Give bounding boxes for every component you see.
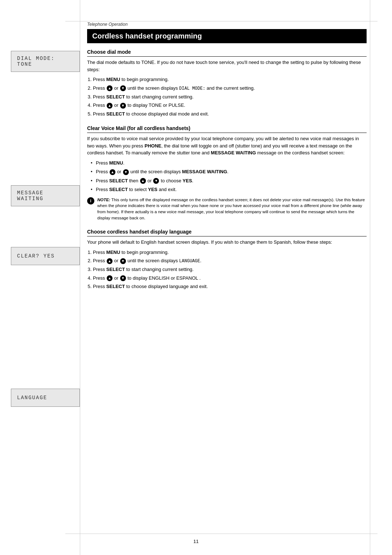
margin-line-bottom: [65, 534, 377, 534]
clear-voice-mail-bullets: Press MENU. Press ▲ or ▼ until the scree…: [91, 159, 367, 193]
step-2: Press ▲ or ▼ until the screen displays D…: [93, 85, 367, 92]
up-arrow-icon-4: ▲: [140, 178, 146, 184]
page-title: Cordless handset programming: [87, 29, 367, 43]
down-arrow-icon-5: ▼: [120, 258, 126, 264]
choose-language-section: Choose cordless handset display language…: [87, 229, 367, 290]
lang-step-1: Press MENU to begin programming.: [93, 249, 367, 256]
lcd-message-waiting: MESSAGE WAITING: [11, 185, 80, 208]
up-arrow-icon: ▲: [107, 85, 113, 91]
up-arrow-icon-5: ▲: [107, 258, 113, 264]
note-text: NOTE: This only turns off the displayed …: [97, 197, 367, 221]
choose-dial-mode-intro: The dial mode defaults to TONE. If you d…: [87, 59, 367, 73]
lcd-screen-dial-mode: DIAL MODE: TONE: [11, 51, 80, 72]
info-icon: i: [87, 197, 94, 204]
margin-line-left: [80, 0, 80, 555]
bullet-2: Press ▲ or ▼ until the screen displays M…: [91, 168, 367, 175]
choose-language-heading: Choose cordless handset display language: [87, 229, 367, 236]
down-arrow-icon-4: ▼: [153, 178, 159, 184]
bullet-1: Press MENU.: [91, 159, 367, 167]
lang-step-2: Press ▲ or ▼ until the screen displays L…: [93, 257, 367, 264]
down-arrow-icon-2: ▼: [120, 103, 126, 109]
page-number: 11: [193, 539, 199, 544]
margin-line-right: [370, 0, 370, 555]
bullet-3: Press SELECT then ▲ or ▼ to choose YES.: [91, 177, 367, 185]
up-arrow-icon-6: ▲: [107, 275, 113, 281]
lcd-clear-yes: CLEAR? YES: [11, 247, 80, 267]
bullet-4: Press SELECT to select YES and exit.: [91, 186, 367, 193]
step-3: Press SELECT to start changing current s…: [93, 93, 367, 101]
clear-voice-mail-section: Clear Voice Mail (for all cordless hands…: [87, 125, 367, 221]
down-arrow-icon: ▼: [120, 85, 126, 91]
up-arrow-icon-3: ▲: [110, 169, 115, 175]
lcd-screen-language: LANGUAGE: [11, 389, 80, 407]
choose-dial-mode-heading: Choose dial mode: [87, 49, 367, 57]
step-4: Press ▲ or ▼ to display TONE or PULSE.: [93, 102, 367, 109]
up-arrow-icon-2: ▲: [107, 103, 113, 109]
down-arrow-icon-6: ▼: [120, 275, 126, 281]
lang-step-3: Press SELECT to start changing current s…: [93, 266, 367, 273]
lcd-dial-mode: DIAL MODE: TONE: [11, 51, 80, 74]
lcd-screen-clear-yes: CLEAR? YES: [11, 247, 80, 265]
note-box: i NOTE: This only turns off the displaye…: [87, 197, 367, 221]
choose-language-steps: Press MENU to begin programming. Press ▲…: [93, 249, 367, 290]
lang-step-5: Press SELECT to choose displayed languag…: [93, 283, 367, 290]
step-1: Press MENU to begin programming.: [93, 76, 367, 83]
lcd-language: LANGUAGE: [11, 389, 80, 409]
down-arrow-icon-3: ▼: [123, 169, 129, 175]
step-5: Press SELECT to choose displayed dial mo…: [93, 110, 367, 118]
choose-language-intro: Your phone will default to English hands…: [87, 239, 367, 246]
choose-dial-mode-steps: Press MENU to begin programming. Press ▲…: [93, 76, 367, 117]
right-panel: Telephone Operation Cordless handset pro…: [87, 22, 367, 298]
clear-voice-mail-heading: Clear Voice Mail (for all cordless hands…: [87, 125, 367, 133]
page: DIAL MODE: TONE MESSAGE WAITING CLEAR? Y…: [0, 0, 392, 555]
clear-voice-mail-intro: If you subscribe to voice mail service p…: [87, 135, 367, 157]
lcd-screen-message-waiting: MESSAGE WAITING: [11, 185, 80, 206]
margin-line-top: [65, 21, 377, 21]
lang-step-4: Press ▲ or ▼ to display ENGLISH or ESPAN…: [93, 275, 367, 282]
choose-dial-mode-section: Choose dial mode The dial mode defaults …: [87, 49, 367, 117]
section-header: Telephone Operation: [87, 22, 367, 27]
